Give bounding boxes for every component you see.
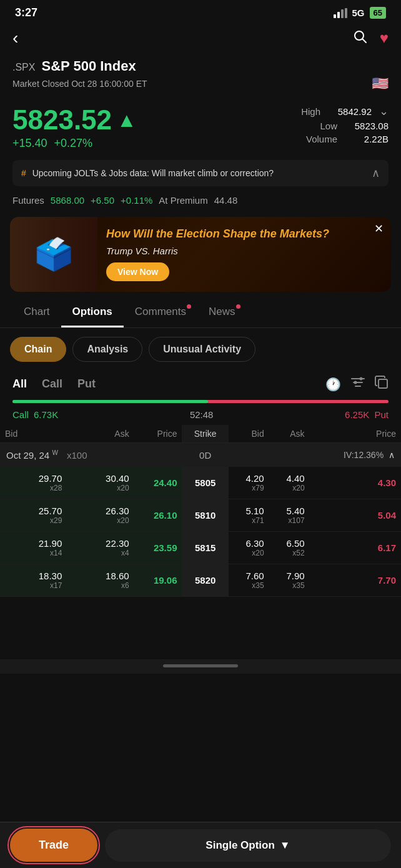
col-call-ask: Ask <box>67 425 134 443</box>
nav-bar: ‹ ♥ <box>0 23 401 56</box>
call-bid-cell: 25.70 x29 <box>0 499 67 532</box>
svg-rect-11 <box>379 379 387 388</box>
ad-content: How Will the Election Shape the Markets?… <box>97 220 391 289</box>
market-status-text: Market Closed Oct 28 16:00:00 ET <box>12 79 147 89</box>
svg-point-10 <box>354 381 357 384</box>
expiry-date: Oct 29, 24 <box>6 450 49 461</box>
company-name: S&P 500 Index <box>41 58 136 74</box>
subtabs-row: Chain Analysis Unusual Activity <box>0 328 401 371</box>
network-type: 5G <box>352 7 365 18</box>
flag-icon: 🇺🇸 <box>372 76 389 92</box>
high-label: High <box>301 106 320 117</box>
expiry-row[interactable]: Oct 29, 24 W x100 0D IV:12.36% ∧ <box>0 443 401 467</box>
call-bid-cell: 29.70 x28 <box>0 467 67 499</box>
strike-cell: 5810 <box>182 499 228 532</box>
home-indicator <box>163 664 238 667</box>
news-banner[interactable]: # Upcoming JOLTs & Jobs data: Will marke… <box>12 160 389 186</box>
call-volume-fill <box>12 400 208 403</box>
put-ask-cell: 4.40 x20 <box>269 467 310 499</box>
battery-indicator: 65 <box>370 7 386 19</box>
tab-news[interactable]: News <box>197 298 247 327</box>
filter-icon[interactable] <box>351 377 365 391</box>
volume-progress-bar <box>12 400 389 403</box>
price-arrow-up: ▲ <box>117 109 137 132</box>
expand-icon[interactable]: ⌄ <box>379 104 389 118</box>
ad-close-button[interactable]: ✕ <box>374 222 384 236</box>
news-dot <box>236 304 240 309</box>
stock-header: .SPX S&P 500 Index Market Closed Oct 28 … <box>0 56 401 104</box>
copy-icon[interactable] <box>375 376 389 392</box>
bottom-bar: Trade Single Option ▼ <box>0 822 401 868</box>
volume-row: Call 6.73K 52:48 6.25K Put <box>0 407 401 425</box>
call-put-row: All Call Put 🕐 <box>0 371 401 395</box>
table-row[interactable]: 25.70 x29 26.30 x20 26.10 5810 5.10 x71 … <box>0 499 401 532</box>
call-price-cell: 19.06 <box>134 564 182 597</box>
put-ask-cell: 7.90 x35 <box>269 564 310 597</box>
search-icon[interactable] <box>352 29 367 47</box>
main-price: 5823.52 <box>12 104 112 136</box>
single-option-button[interactable]: Single Option ▼ <box>105 829 391 862</box>
table-row[interactable]: 29.70 x28 30.40 x20 24.40 5805 4.20 x79 … <box>0 467 401 499</box>
call-bid-cell: 21.90 x14 <box>0 532 67 564</box>
call-volume: 6.73K <box>34 409 58 420</box>
subtab-unusual-activity[interactable]: Unusual Activity <box>149 337 255 362</box>
call-price-cell: 23.59 <box>134 532 182 564</box>
svg-line-5 <box>362 39 366 43</box>
cp-put[interactable]: Put <box>77 377 96 391</box>
call-price-cell: 24.40 <box>134 467 182 499</box>
collapse-icon[interactable]: ∧ <box>372 166 380 180</box>
volume-time: 52:48 <box>190 409 214 420</box>
comments-dot <box>187 304 191 309</box>
clock-icon[interactable]: 🕐 <box>325 377 341 392</box>
status-time: 3:27 <box>15 6 37 19</box>
svg-rect-2 <box>341 9 344 18</box>
svg-rect-0 <box>334 14 336 18</box>
call-ask-cell: 22.30 x4 <box>67 532 134 564</box>
home-bar-area <box>0 659 401 674</box>
expiry-marker: W <box>52 449 57 456</box>
svg-rect-3 <box>345 8 347 18</box>
trade-button[interactable]: Trade <box>10 829 97 862</box>
strike-cell: 5815 <box>182 532 228 564</box>
low-label: Low <box>320 121 337 131</box>
tab-comments[interactable]: Comments <box>124 298 197 327</box>
col-strike: Strike <box>182 425 228 443</box>
svg-rect-1 <box>337 12 340 18</box>
put-price-cell: 6.17 <box>310 532 401 564</box>
col-call-price: Price <box>134 425 182 443</box>
price-change: +15.40 <box>12 137 47 149</box>
futures-row: Futures 5868.00 +6.50 +0.11% At Premium … <box>0 191 401 212</box>
call-ask-cell: 26.30 x20 <box>67 499 134 532</box>
table-row[interactable]: 21.90 x14 22.30 x4 23.59 5815 6.30 x20 6… <box>0 532 401 564</box>
cp-call[interactable]: Call <box>42 377 62 391</box>
put-volume: 6.25K <box>345 409 369 420</box>
futures-change: +6.50 <box>91 195 114 206</box>
cp-all[interactable]: All <box>12 377 27 391</box>
put-price-cell: 7.70 <box>310 564 401 597</box>
tabs-row: Chart Options Comments News <box>0 298 401 328</box>
subtab-analysis[interactable]: Analysis <box>72 337 142 362</box>
price-stats: High 5842.92 ⌄ Low 5823.08 Volume 2.22B <box>301 104 389 147</box>
favorite-icon[interactable]: ♥ <box>380 29 389 47</box>
tab-chart[interactable]: Chart <box>12 298 61 327</box>
expiry-caret[interactable]: ∧ <box>389 450 395 460</box>
ad-view-now-button[interactable]: View Now <box>106 262 169 281</box>
back-button[interactable]: ‹ <box>12 28 18 48</box>
col-call-bid: Bid <box>0 425 67 443</box>
expiry-iv: IV:12.36% <box>344 450 384 460</box>
hash-icon: # <box>21 168 26 178</box>
strike-cell: 5820 <box>182 564 228 597</box>
tab-options[interactable]: Options <box>61 298 124 327</box>
futures-change-pct: +0.11% <box>121 195 152 206</box>
futures-premium-value: 44.48 <box>214 195 238 206</box>
futures-label: Futures <box>12 195 44 206</box>
call-ask-cell: 18.60 x6 <box>67 564 134 597</box>
ad-image: 🗳️ <box>10 217 97 292</box>
expiry-dte: 0D <box>182 443 228 467</box>
subtab-chain[interactable]: Chain <box>10 337 66 362</box>
put-bid-cell: 4.20 x79 <box>229 467 269 499</box>
table-row[interactable]: 18.30 x17 18.60 x6 19.06 5820 7.60 x35 7… <box>0 564 401 597</box>
strike-cell: 5805 <box>182 467 228 499</box>
ad-banner: 🗳️ How Will the Election Shape the Marke… <box>10 217 391 292</box>
ticker-symbol: .SPX <box>12 62 35 73</box>
